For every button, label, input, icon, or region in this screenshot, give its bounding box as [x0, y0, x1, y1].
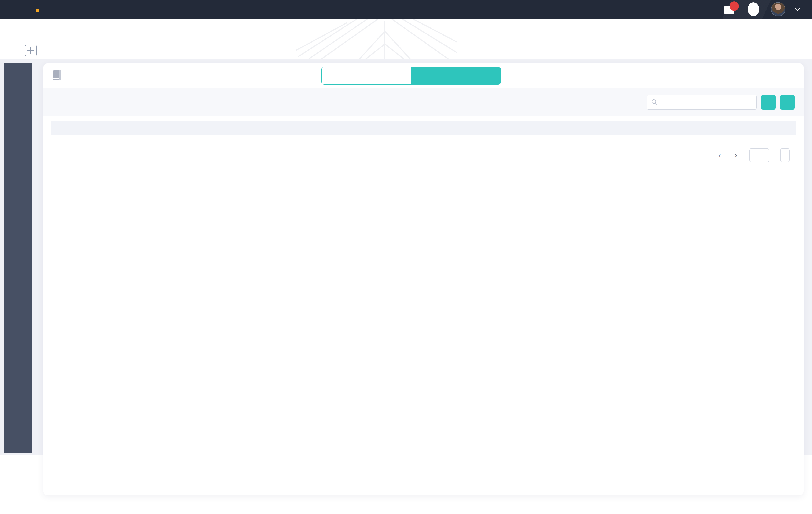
- section-title: [52, 70, 67, 81]
- logo-accent-square: [36, 9, 39, 12]
- goto-page-input[interactable]: [749, 148, 769, 162]
- page: ‹ ›: [0, 0, 812, 514]
- table-header-row: [51, 121, 796, 135]
- notification-icon[interactable]: [724, 4, 736, 15]
- student-data-toggle[interactable]: [411, 67, 500, 84]
- pagination: ‹ ›: [44, 141, 804, 162]
- class-tabs: [25, 45, 36, 59]
- main-card: ‹ ›: [44, 63, 804, 495]
- chevron-down-icon: [795, 6, 800, 11]
- add-class-tab-button[interactable]: [25, 45, 36, 56]
- next-page-arrow[interactable]: ›: [733, 151, 738, 160]
- sidebar: [4, 63, 32, 453]
- search-box: [647, 94, 757, 110]
- warning-settings-button[interactable]: [761, 94, 776, 110]
- goto-confirm-button[interactable]: [780, 148, 790, 162]
- notification-badge: [729, 1, 739, 11]
- students-table: [44, 116, 804, 141]
- prev-page-arrow[interactable]: ‹: [717, 151, 722, 160]
- content-area: ‹ ›: [0, 59, 812, 514]
- top-bar: [0, 0, 812, 19]
- teacher-data-toggle[interactable]: [322, 67, 411, 84]
- export-button[interactable]: [780, 94, 795, 110]
- avatar: [771, 2, 785, 17]
- data-view-toggle: [321, 67, 501, 85]
- book-icon: [52, 70, 62, 81]
- card-header: [44, 63, 804, 88]
- user-menu[interactable]: [771, 2, 799, 17]
- filter-row: [44, 88, 804, 116]
- search-input[interactable]: [660, 98, 752, 106]
- course-header: [0, 19, 812, 59]
- assistant-icon[interactable]: [748, 2, 759, 16]
- search-icon: [651, 99, 658, 106]
- header-watermark: [296, 19, 457, 59]
